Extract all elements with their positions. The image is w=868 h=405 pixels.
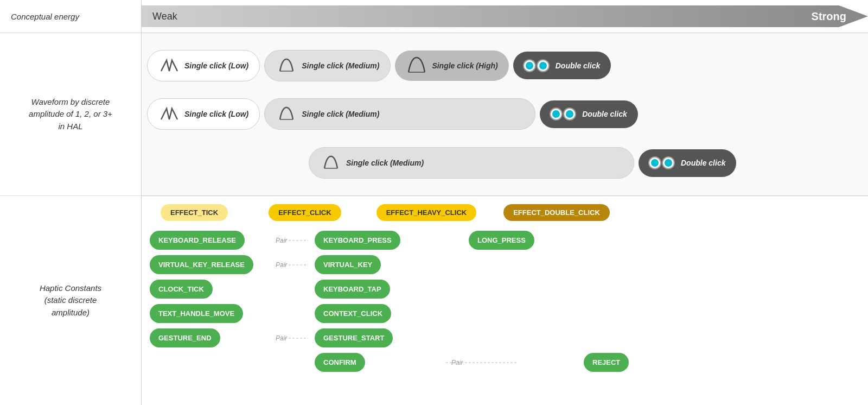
energy-weak-label: Weak: [152, 11, 177, 22]
col-clock-tick: CLOCK_TICK: [150, 280, 275, 299]
conceptual-energy-label: Conceptual energy: [0, 0, 141, 33]
dot-1: [524, 60, 535, 71]
btn-keyboard-press[interactable]: KEYBOARD_PRESS: [315, 231, 400, 250]
waveform-row-2: Single click (Low) Single click (Medium): [147, 97, 863, 132]
haptic-row-clock: CLOCK_TICK KEYBOARD_TAP: [150, 280, 863, 299]
dot-2: [538, 60, 548, 71]
waveform-section: Single click (Low) Single click (Medium): [142, 33, 868, 195]
pill-double-click-2: Double click: [540, 100, 637, 128]
btn-clock-tick[interactable]: CLOCK_TICK: [150, 280, 213, 299]
waveform-row-1: Single click (Low) Single click (Medium): [147, 48, 863, 83]
btn-virtual-key[interactable]: VIRTUAL_KEY: [315, 255, 381, 274]
pill-single-medium-3: Single click (Medium): [309, 147, 634, 179]
col-virtual-key: VIRTUAL_KEY: [315, 255, 439, 274]
haptic-row-keyboard: KEYBOARD_RELEASE Pair KEYBOARD_PRESS LON…: [150, 231, 863, 250]
pair-label-4: Pair: [446, 362, 516, 363]
double-dot-icon-1: [524, 56, 551, 75]
wave-medium-icon-3: [320, 152, 342, 174]
energy-bar-row: Weak Strong: [142, 0, 868, 33]
col-confirm: CONFIRM: [315, 353, 439, 372]
btn-keyboard-tap[interactable]: KEYBOARD_TAP: [315, 280, 390, 299]
col-keyboard-release: KEYBOARD_RELEASE: [150, 231, 275, 250]
badge-effect-double-click: EFFECT_DOUBLE_CLICK: [503, 204, 610, 221]
badge-effect-click: EFFECT_CLICK: [269, 204, 341, 221]
dot-3: [551, 109, 561, 119]
btn-virtual-key-release[interactable]: VIRTUAL_KEY_RELEASE: [150, 255, 253, 274]
pill-single-low-2: Single click (Low): [147, 98, 260, 130]
left-labels: Conceptual energy Waveform by discreteam…: [0, 0, 141, 405]
haptic-section: EFFECT_TICK EFFECT_CLICK EFFECT_HEAVY_CL…: [142, 195, 868, 405]
pill-label: Double click: [556, 61, 600, 70]
col-gesture-end: GESTURE_END: [150, 328, 275, 347]
pill-double-click-1: Double click: [513, 52, 611, 79]
double-dot-icon-2: [551, 105, 578, 124]
energy-arrow: [142, 5, 868, 27]
col-text-handle-move: TEXT_HANDLE_MOVE: [150, 304, 275, 323]
col-long-press: LONG_PRESS: [469, 231, 593, 250]
haptic-row-text: TEXT_HANDLE_MOVE CONTEXT_CLICK: [150, 304, 863, 323]
wave-medium-icon-1: [276, 55, 297, 77]
pill-label: Single click (Medium): [302, 110, 379, 118]
btn-context-click[interactable]: CONTEXT_CLICK: [315, 304, 391, 323]
pill-label: Double click: [681, 159, 725, 167]
pair-label-2: Pair: [281, 264, 308, 265]
wave-high-icon-1: [406, 55, 427, 77]
pill-single-medium-1: Single click (Medium): [264, 50, 391, 81]
waveform-row-3: Single click (Medium) Double click: [147, 145, 863, 181]
wave-low-icon-2: [158, 103, 180, 125]
btn-gesture-start[interactable]: GESTURE_START: [315, 328, 393, 347]
double-dot-icon-3: [649, 154, 676, 173]
btn-confirm[interactable]: CONFIRM: [315, 353, 365, 372]
haptic-row-confirm: CONFIRM Pair REJECT: [150, 353, 863, 372]
main-container: Conceptual energy Waveform by discreteam…: [0, 0, 868, 405]
pill-single-low-1: Single click (Low): [147, 50, 260, 81]
pill-single-high-1: Single click (High): [395, 50, 508, 81]
btn-keyboard-release[interactable]: KEYBOARD_RELEASE: [150, 231, 245, 250]
pill-double-click-3: Double click: [639, 149, 736, 177]
btn-text-handle-move[interactable]: TEXT_HANDLE_MOVE: [150, 304, 243, 323]
col-reject: REJECT: [584, 353, 709, 372]
col-gesture-start: GESTURE_START: [315, 328, 439, 347]
btn-gesture-end[interactable]: GESTURE_END: [150, 328, 220, 347]
pair-label-1: Pair: [281, 240, 308, 241]
energy-strong-label: Strong: [812, 10, 846, 23]
waveform-label: Waveform by discreteamplitude of 1, 2, o…: [0, 33, 141, 195]
btn-long-press[interactable]: LONG_PRESS: [469, 231, 534, 250]
col-keyboard-press: KEYBOARD_PRESS: [315, 231, 439, 250]
pill-label: Double click: [582, 110, 627, 118]
col-context-click: CONTEXT_CLICK: [315, 304, 439, 323]
wave-low-icon-1: [158, 55, 180, 77]
pill-label: Single click (Medium): [302, 61, 379, 70]
pill-label: Single click (Low): [184, 110, 248, 118]
haptic-layout: KEYBOARD_RELEASE Pair KEYBOARD_PRESS LON…: [147, 231, 863, 372]
badge-effect-heavy-click: EFFECT_HEAVY_CLICK: [376, 204, 477, 221]
right-content: Weak Strong Single click (Low): [141, 0, 868, 405]
col-virtual-key-release: VIRTUAL_KEY_RELEASE: [150, 255, 275, 274]
btn-reject[interactable]: REJECT: [584, 353, 629, 372]
pill-label: Single click (Low): [184, 61, 248, 70]
pair-label-3: Pair: [281, 338, 308, 339]
pill-label: Single click (High): [432, 61, 497, 70]
col-keyboard-tap: KEYBOARD_TAP: [315, 280, 439, 299]
dot-5: [649, 157, 660, 168]
haptic-label: Haptic Constants(static discreteamplitud…: [0, 195, 141, 405]
haptic-row-virtual: VIRTUAL_KEY_RELEASE Pair VIRTUAL_KEY: [150, 255, 863, 274]
effect-badges-row: EFFECT_TICK EFFECT_CLICK EFFECT_HEAVY_CL…: [147, 204, 863, 221]
haptic-row-gesture: GESTURE_END Pair GESTURE_START: [150, 328, 863, 347]
wave-medium-icon-2: [276, 103, 297, 125]
pill-single-medium-2: Single click (Medium): [264, 98, 535, 130]
pill-label: Single click (Medium): [346, 159, 424, 167]
badge-effect-tick: EFFECT_TICK: [161, 204, 228, 221]
dot-6: [663, 157, 674, 168]
dot-4: [564, 109, 575, 119]
